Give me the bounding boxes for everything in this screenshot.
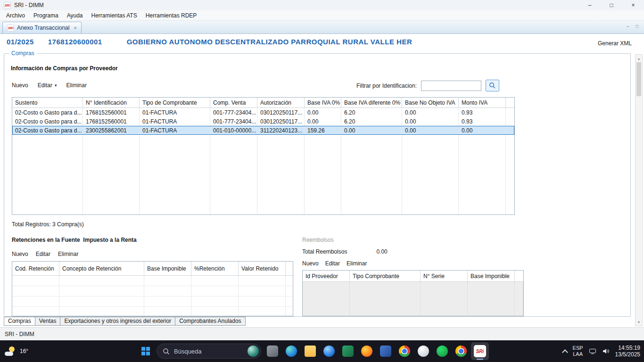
minimize-button[interactable]: – bbox=[579, 0, 601, 10]
edge-taskbar-button[interactable] bbox=[282, 342, 300, 360]
close-button[interactable]: × bbox=[622, 0, 644, 10]
tab-anexo-transaccional[interactable]: SRi Anexo Transaccional × bbox=[2, 22, 82, 33]
game-controller-icon bbox=[418, 346, 429, 357]
bottom-tab-bar: ComprasVentasExportaciones y otros ingre… bbox=[4, 317, 246, 326]
column-header-filler bbox=[506, 98, 514, 107]
menu-herramientas-ats[interactable]: Herramientas ATS bbox=[87, 10, 141, 21]
reemb-nuevo-button[interactable]: Nuevo bbox=[302, 260, 319, 267]
menu-ayuda[interactable]: Ayuda bbox=[63, 10, 87, 21]
table-cell: 001-777-23404... bbox=[210, 108, 257, 117]
period-label: 01/2025 bbox=[7, 38, 34, 46]
eliminar-button[interactable]: Eliminar bbox=[66, 82, 87, 89]
scroll-up-icon[interactable]: ▲ bbox=[636, 55, 642, 62]
tray-date: 13/5/2025 bbox=[615, 351, 640, 358]
document-header: 01/2025 1768120600001 GOBIERNO AUTONOMO … bbox=[7, 38, 412, 46]
column-header-tipo-comprobante[interactable]: Tipo Comprobante bbox=[350, 271, 421, 281]
ret-eliminar-button[interactable]: Eliminar bbox=[58, 251, 78, 257]
menu-programa[interactable]: Programa bbox=[29, 10, 63, 21]
camera-taskbar-button[interactable] bbox=[264, 342, 281, 360]
nuevo-button[interactable]: Nuevo bbox=[12, 82, 28, 89]
table-filler-cell bbox=[459, 135, 506, 214]
network-icon[interactable] bbox=[589, 347, 596, 355]
table-cell bbox=[191, 286, 239, 296]
scroll-down-icon[interactable]: ▼ bbox=[636, 319, 642, 325]
scrollbar-thumb[interactable] bbox=[636, 62, 641, 96]
column-header-base-imponible[interactable]: Base Imponible bbox=[144, 262, 191, 275]
table-cell: 0.00 bbox=[305, 108, 341, 117]
column-header-concepto-de-retencion[interactable]: Concepto de Retención bbox=[59, 262, 144, 275]
table-filler-cell bbox=[83, 135, 140, 214]
generar-xml-button[interactable]: Generar XML bbox=[598, 40, 632, 47]
reemb-eliminar-button[interactable]: Eliminar bbox=[347, 260, 367, 267]
word-icon bbox=[380, 346, 391, 357]
firefox-taskbar-button[interactable] bbox=[358, 342, 376, 360]
compras-section-title: Información de Compras por Proveedor bbox=[11, 65, 118, 72]
table-header-row: Id ProveedorTipo ComprobanteN° SerieBase… bbox=[303, 271, 523, 282]
view-maximize-icon[interactable]: □ bbox=[634, 23, 641, 30]
column-header-monto-iva[interactable]: Monto IVA bbox=[459, 98, 506, 107]
column-header-cod-retencion[interactable]: Cod. Retención bbox=[12, 262, 59, 275]
column-header-n-identificacion[interactable]: N° Identificación bbox=[83, 98, 140, 107]
table-row[interactable]: 02-Costo o Gasto para d...17681525600010… bbox=[12, 108, 514, 117]
column-header-base-imponible[interactable]: Base Imponible bbox=[468, 271, 515, 281]
word-taskbar-button[interactable] bbox=[377, 342, 395, 360]
chrome-taskbar-button[interactable] bbox=[396, 342, 413, 360]
game-controller-taskbar-button[interactable] bbox=[414, 342, 432, 360]
column-header-valor-retenido[interactable]: Valor Retenido bbox=[239, 262, 286, 275]
ret-nuevo-label: Nuevo bbox=[12, 251, 28, 257]
tab-compras[interactable]: Compras bbox=[4, 317, 35, 326]
column-header-autorizacion[interactable]: Autorización bbox=[257, 98, 305, 107]
ret-nuevo-button[interactable]: Nuevo bbox=[12, 251, 28, 257]
column-header-tipo-de-comprobante[interactable]: Tipo de Comprobante bbox=[140, 98, 210, 107]
tab-exportaciones-y-otros-ingresos-del-exterior[interactable]: Exportaciones y otros ingresos del exter… bbox=[60, 317, 175, 326]
tab-ventas[interactable]: Ventas bbox=[35, 317, 61, 326]
column-header-comp-venta[interactable]: Comp. Venta bbox=[210, 98, 257, 107]
column-header-n-serie[interactable]: N° Serie bbox=[421, 271, 468, 281]
table-row[interactable]: 02-Costo o Gasto para d...23002558620010… bbox=[12, 126, 514, 135]
taxpayer-name: GOBIERNO AUTONOMO DESCENTRALIZADO PARROQ… bbox=[127, 38, 413, 46]
taskbar-search[interactable]: Búsqueda bbox=[157, 344, 261, 359]
folder-taskbar-button[interactable] bbox=[301, 342, 319, 360]
clock[interactable]: 14:55:19 13/5/2025 bbox=[615, 345, 640, 358]
weather-widget[interactable]: 16° bbox=[5, 340, 28, 362]
reemb-editar-button[interactable]: Editar bbox=[325, 260, 340, 267]
editar-button[interactable]: Editar ▾ bbox=[38, 82, 57, 89]
chrome-taskbar-button[interactable] bbox=[452, 342, 470, 360]
view-minimize-icon[interactable]: – bbox=[624, 23, 631, 30]
table-row[interactable]: 02-Costo o Gasto para d...17681525600010… bbox=[12, 117, 514, 126]
table-cell bbox=[191, 276, 239, 286]
spotify-taskbar-button[interactable] bbox=[433, 342, 451, 360]
column-header-base-iva-diferente-0[interactable]: Base IVA diferente 0% bbox=[341, 98, 402, 107]
table-cell-filler bbox=[506, 117, 514, 126]
menu-archivo[interactable]: Archivo bbox=[2, 10, 29, 21]
filter-input[interactable] bbox=[421, 81, 481, 91]
column-header-retencion[interactable]: %Retención bbox=[191, 262, 239, 275]
tab-close-icon[interactable]: × bbox=[74, 25, 76, 31]
tray-chevron-up-icon[interactable] bbox=[562, 349, 568, 355]
volume-icon[interactable] bbox=[602, 347, 610, 355]
weather-icon bbox=[5, 346, 16, 356]
column-header-sustento[interactable]: Sustento bbox=[12, 98, 83, 107]
status-bar: SRI - DIMM bbox=[0, 327, 644, 340]
column-header-id-proveedor[interactable]: Id Proveedor bbox=[303, 271, 350, 281]
windows-logo-icon bbox=[141, 347, 150, 355]
internet-taskbar-button[interactable] bbox=[320, 342, 338, 360]
table-cell bbox=[59, 286, 144, 296]
column-header-base-iva-0[interactable]: Base IVA 0% bbox=[305, 98, 341, 107]
menu-herramientas-rdep[interactable]: Herramientas RDEP bbox=[141, 10, 201, 21]
start-button[interactable] bbox=[137, 342, 155, 360]
ret-editar-button[interactable]: Editar bbox=[36, 251, 50, 257]
table-filler-cell bbox=[341, 135, 402, 214]
view-buttons: – □ bbox=[624, 23, 641, 30]
sri-taskbar-button[interactable]: SRi bbox=[471, 342, 489, 360]
column-header-base-no-objeto-iva[interactable]: Base No Objeto IVA bbox=[402, 98, 459, 107]
excel-taskbar-button[interactable] bbox=[339, 342, 357, 360]
compras-group-label: Compras bbox=[9, 50, 37, 57]
table-header-row: Cod. RetenciónConcepto de RetenciónBase … bbox=[12, 262, 293, 276]
table-cell bbox=[59, 307, 144, 316]
tab-comprobantes-anulados[interactable]: Comprobantes Anulados bbox=[175, 317, 245, 326]
maximize-button[interactable]: □ bbox=[601, 0, 622, 10]
search-button[interactable] bbox=[486, 80, 499, 91]
vertical-scrollbar[interactable]: ▲ ▼ bbox=[635, 54, 643, 326]
keyboard-layout[interactable]: ESP LAA bbox=[573, 345, 583, 357]
